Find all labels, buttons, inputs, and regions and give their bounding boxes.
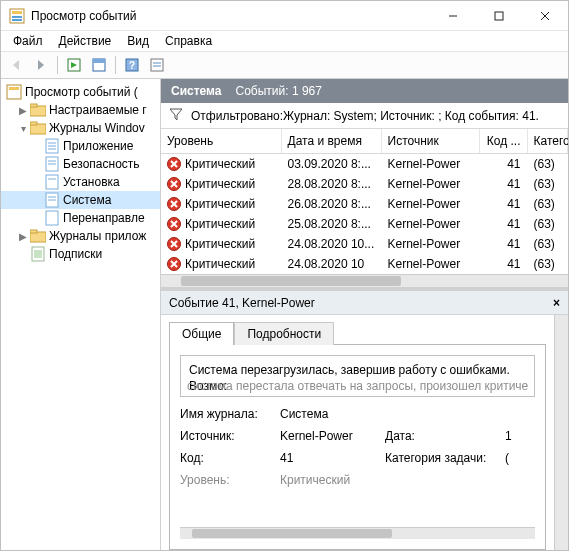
svg-line-7 (541, 12, 549, 20)
tree-windows-logs[interactable]: ▾ Журналы Windov (1, 119, 160, 137)
tree-subscriptions[interactable]: Подписки (1, 245, 160, 263)
error-icon (167, 177, 181, 191)
cell-date: 25.08.2020 8:... (281, 214, 381, 234)
minimize-button[interactable] (430, 1, 476, 30)
cell-id: 41 (479, 153, 527, 174)
collapse-icon[interactable]: ▾ (17, 123, 29, 134)
col-date[interactable]: Дата и время (281, 129, 381, 153)
svg-rect-3 (12, 19, 22, 21)
tree-security[interactable]: Безопасность (1, 155, 160, 173)
cell-cat: (63) (527, 254, 568, 274)
svg-rect-24 (30, 122, 37, 125)
tree-system[interactable]: Система (1, 191, 160, 209)
cell-source: Kernel-Power (381, 174, 479, 194)
tree-security-label: Безопасность (63, 157, 140, 171)
value-level-cut: Критический (280, 473, 385, 487)
value-source: Kernel-Power (280, 429, 385, 443)
cell-date: 03.09.2020 8:... (281, 153, 381, 174)
cell-source: Kernel-Power (381, 234, 479, 254)
tree-forwarded[interactable]: Перенаправле (1, 209, 160, 227)
label-logname: Имя журнала: (180, 407, 280, 421)
cell-cat: (63) (527, 174, 568, 194)
error-icon (167, 197, 181, 211)
forward-button[interactable] (30, 54, 52, 76)
svg-rect-1 (12, 11, 22, 14)
filter-icon[interactable] (169, 107, 183, 124)
svg-rect-5 (495, 12, 503, 20)
menu-view[interactable]: Вид (119, 32, 157, 50)
table-row[interactable]: Критический28.08.2020 8:...Kernel-Power4… (161, 174, 568, 194)
detail-pane: Событие 41, Kernel-Power × Общие Подробн… (161, 291, 568, 550)
expand-icon[interactable]: ▶ (17, 105, 29, 116)
tree-subscriptions-label: Подписки (49, 247, 102, 261)
col-cat[interactable]: Катего (527, 129, 568, 153)
menu-file[interactable]: Файл (5, 32, 51, 50)
window-title: Просмотр событий (31, 9, 430, 23)
label-id: Код: (180, 451, 280, 465)
titlebar: Просмотр событий (1, 1, 568, 31)
tree-app-logs[interactable]: ▶ Журналы прилож (1, 227, 160, 245)
tree-custom-views[interactable]: ▶ Настраиваемые г (1, 101, 160, 119)
detail-close-icon[interactable]: × (553, 296, 560, 310)
list-header: Система Событий: 1 967 (161, 79, 568, 103)
detail-pane-title: Событие 41, Kernel-Power (169, 296, 315, 310)
table-row[interactable]: Критический24.08.2020 10Kernel-Power41(6… (161, 254, 568, 274)
tree-root-label: Просмотр событий ( (25, 85, 138, 99)
value-id: 41 (280, 451, 385, 465)
close-button[interactable] (522, 1, 568, 30)
col-id[interactable]: Код ... (479, 129, 527, 153)
col-source[interactable]: Источник (381, 129, 479, 153)
cell-level: Критический (185, 237, 255, 251)
event-grid[interactable]: Уровень Дата и время Источник Код ... Ка… (161, 129, 568, 291)
detail-hscrollbar[interactable] (180, 527, 535, 539)
back-button[interactable] (5, 54, 27, 76)
separator (115, 56, 116, 74)
event-message: Система перезагрузилась, завершив работу… (180, 355, 535, 397)
svg-marker-42 (170, 109, 182, 120)
menu-action[interactable]: Действие (51, 32, 120, 50)
svg-rect-2 (12, 16, 22, 18)
refresh-button[interactable] (146, 54, 168, 76)
tree-panel: Просмотр событий ( ▶ Настраиваемые г ▾ Ж… (1, 79, 161, 550)
cell-level: Критический (185, 217, 255, 231)
svg-marker-9 (38, 60, 44, 70)
tree-setup[interactable]: Установка (1, 173, 160, 191)
svg-rect-32 (46, 175, 58, 189)
svg-line-6 (541, 12, 549, 20)
menubar: Файл Действие Вид Справка (1, 31, 568, 51)
table-row[interactable]: Критический26.08.2020 8:...Kernel-Power4… (161, 194, 568, 214)
expand-icon[interactable]: ▶ (17, 231, 29, 242)
label-date: Дата: (385, 429, 505, 443)
table-row[interactable]: Критический24.08.2020 10...Kernel-Power4… (161, 234, 568, 254)
cell-cat: (63) (527, 153, 568, 174)
menu-help[interactable]: Справка (157, 32, 220, 50)
svg-text:?: ? (129, 60, 135, 71)
tree-root[interactable]: Просмотр событий ( (1, 83, 160, 101)
properties-button[interactable] (88, 54, 110, 76)
detail-vscrollbar[interactable] (554, 315, 568, 550)
show-hide-button[interactable] (63, 54, 85, 76)
tab-general[interactable]: Общие (169, 322, 234, 345)
maximize-button[interactable] (476, 1, 522, 30)
tree-app-logs-label: Журналы прилож (49, 229, 146, 243)
value-taskcat: ( (505, 451, 535, 465)
svg-rect-39 (30, 230, 37, 233)
cell-id: 41 (479, 214, 527, 234)
error-icon (167, 257, 181, 271)
grid-hscrollbar[interactable] (161, 274, 568, 288)
error-icon (167, 217, 181, 231)
filter-row: Отфильтровано:Журнал: System; Источник: … (161, 103, 568, 129)
tab-details[interactable]: Подробности (234, 322, 334, 345)
error-icon (167, 237, 181, 251)
svg-rect-20 (9, 87, 19, 90)
help-button[interactable]: ? (121, 54, 143, 76)
col-level[interactable]: Уровень (161, 129, 281, 153)
table-row[interactable]: Критический25.08.2020 8:...Kernel-Power4… (161, 214, 568, 234)
value-logname: Система (280, 407, 385, 421)
cell-date: 28.08.2020 8:... (281, 174, 381, 194)
tree-application[interactable]: Приложение (1, 137, 160, 155)
event-count: Событий: 1 967 (236, 84, 322, 98)
cell-date: 24.08.2020 10... (281, 234, 381, 254)
table-row[interactable]: Критический03.09.2020 8:...Kernel-Power4… (161, 153, 568, 174)
error-icon (167, 157, 181, 171)
